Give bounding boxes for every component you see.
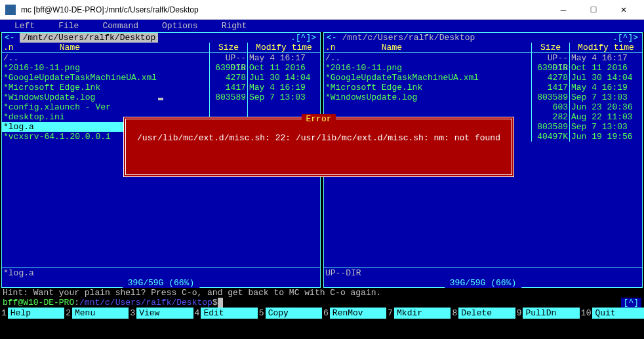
file-size: 803589	[532, 122, 570, 132]
minimize-button[interactable]: ―	[548, 0, 578, 20]
menu-command[interactable]: Command	[91, 21, 150, 31]
text-cursor-icon	[158, 98, 163, 100]
file-name: *Microsoft Edge.lnk	[324, 83, 532, 92]
fkey-number: 8	[451, 308, 458, 318]
menu-file[interactable]: File	[47, 21, 91, 31]
left-arrow-icon: <-	[5, 33, 20, 43]
fkey-menu[interactable]: 2Menu	[64, 308, 129, 319]
right-col-headers: .n Name Size Modify time	[324, 43, 642, 53]
hint-line: Hint: Want your plain shell? Press C-o, …	[0, 288, 644, 298]
file-name: /..	[2, 53, 210, 63]
right-status: 39G/59G (66%)	[445, 278, 521, 288]
fkey-number: 10	[580, 308, 593, 318]
fkey-delete[interactable]: 8Delete	[451, 308, 515, 319]
file-mtime: Jul 30 14:04	[248, 73, 320, 83]
file-row[interactable]: 603Jun 23 20:36	[324, 102, 642, 112]
file-name	[324, 102, 532, 112]
fkey-copy[interactable]: 5Copy	[258, 308, 322, 319]
fkey-label: PullDn	[523, 308, 579, 319]
file-mtime: Sep 7 13:03	[570, 92, 642, 102]
file-size: 1417	[532, 83, 570, 92]
terminal: Left File Command Options Right <- /mnt/…	[0, 20, 644, 339]
col-name[interactable]: .n Name	[2, 43, 210, 52]
close-button[interactable]: ✕	[609, 0, 639, 20]
menu-options[interactable]: Options	[150, 21, 210, 31]
fkey-renmov[interactable]: 6RenMov	[322, 308, 386, 319]
window-titlebar: mc [bff@W10-DE-PRO]:/mnt/c/Users/ralfk/D…	[0, 0, 644, 20]
file-mtime: Sep 7 13:03	[570, 122, 642, 132]
col-mtime[interactable]: Modify time	[570, 43, 642, 52]
col-name[interactable]: .n Name	[324, 43, 532, 52]
file-row[interactable]: *Microsoft Edge.lnk1417May 4 16:19	[324, 83, 642, 92]
file-name: *GoogleUpdateTaskMachineUA.xml	[2, 73, 210, 83]
function-key-bar: 1Help2Menu3View4Edit5Copy6RenMov7Mkdir8D…	[0, 308, 644, 319]
file-row[interactable]: /..UP--DIRMay 4 16:17	[2, 53, 320, 63]
fkey-number: 1	[0, 308, 8, 318]
prompt-user: bff@W10-DE-PRO	[3, 298, 74, 308]
menubar: Left File Command Options Right	[0, 20, 644, 32]
file-row[interactable]: *2016-10-11.png639918Oct 11 2016	[2, 63, 320, 73]
right-path[interactable]: /mnt/c/Users/ralfk/Desktop	[337, 33, 475, 43]
file-row[interactable]: /..UP--DIRMay 4 16:17	[324, 53, 642, 63]
left-status: 39G/59G (66%)	[123, 278, 199, 288]
window-controls: ― □ ✕	[548, 0, 639, 20]
col-size[interactable]: Size	[532, 43, 570, 52]
file-mtime: May 4 16:17	[570, 53, 642, 63]
file-size: 40497K	[532, 132, 570, 142]
file-row[interactable]: *Microsoft Edge.lnk1417May 4 16:19	[2, 83, 320, 92]
file-size: UP--DIR	[210, 53, 248, 63]
file-mtime: Oct 11 2016	[570, 63, 642, 73]
menu-right[interactable]: Right	[210, 21, 259, 31]
fkey-label: Quit	[592, 308, 644, 319]
app-icon	[5, 5, 16, 15]
prompt-path: /mnt/c/Users/ralfk/Desktop	[79, 298, 212, 308]
fkey-label: RenMov	[330, 308, 386, 319]
file-size: 1417	[210, 83, 248, 92]
file-name: *2016-10-11.png	[2, 63, 210, 73]
file-mtime: May 4 16:19	[248, 83, 320, 92]
fkey-edit[interactable]: 4Edit	[193, 308, 258, 319]
error-title: Error	[134, 114, 504, 124]
left-marker: .[^]>	[291, 33, 316, 43]
fkey-number: 7	[386, 308, 394, 318]
fkey-pulldn[interactable]: 9PullDn	[515, 308, 580, 319]
file-size: 639918	[532, 63, 570, 73]
error-dialog[interactable]: Error /usr/lib/mc/ext.d/misc.sh: 22: /us…	[123, 117, 514, 177]
file-mtime: Jun 19 19:56	[570, 132, 642, 142]
file-mtime: Jun 23 20:36	[570, 102, 642, 112]
error-message: /usr/lib/mc/ext.d/misc.sh: 22: /usr/lib/…	[134, 133, 504, 143]
file-name: *Microsoft Edge.lnk	[2, 83, 210, 92]
file-mtime: May 4 16:19	[570, 83, 642, 92]
left-path[interactable]: /mnt/c/Users/ralfk/Desktop	[20, 33, 158, 43]
file-row[interactable]: *2016-10-11.png639918Oct 11 2016	[324, 63, 642, 73]
fkey-mkdir[interactable]: 7Mkdir	[386, 308, 451, 319]
left-panel-header: <- /mnt/c/Users/ralfk/Desktop .[^]>	[2, 33, 320, 43]
file-row[interactable]: *GoogleUpdateTaskMachineUA.xml4278Jul 30…	[324, 73, 642, 83]
file-mtime: Oct 11 2016	[248, 63, 320, 73]
fkey-number: 3	[129, 308, 136, 318]
file-name: *WindowsUpdate.log	[2, 92, 210, 102]
fkey-quit[interactable]: 10Quit	[580, 308, 644, 319]
file-mtime: Sep 7 13:03	[248, 92, 320, 102]
fkey-view[interactable]: 3View	[129, 308, 193, 319]
fkey-help[interactable]: 1Help	[0, 308, 64, 319]
file-row[interactable]: *GoogleUpdateTaskMachineUA.xml4278Jul 30…	[2, 73, 320, 83]
file-size: 4278	[532, 73, 570, 83]
fkey-number: 9	[515, 308, 523, 318]
col-size[interactable]: Size	[210, 43, 248, 52]
file-row[interactable]: *config.xlaunch - Ver	[2, 102, 320, 112]
maximize-button[interactable]: □	[578, 0, 609, 20]
file-size	[210, 102, 248, 112]
fkey-label: Copy	[266, 308, 322, 319]
file-size: 282	[532, 112, 570, 122]
file-mtime	[248, 102, 320, 112]
file-name: *WindowsUpdate.log	[324, 92, 532, 102]
col-mtime[interactable]: Modify time	[248, 43, 320, 52]
fkey-label: Menu	[72, 308, 129, 319]
file-row[interactable]: *WindowsUpdate.log803589Sep 7 13:03	[324, 92, 642, 102]
fkey-label: Edit	[201, 308, 257, 319]
shell-prompt[interactable]: bff@W10-DE-PRO:/mnt/c/Users/ralfk/Deskto…	[0, 298, 644, 308]
fkey-number: 6	[322, 308, 330, 318]
prompt-indicator: [^]	[621, 298, 641, 308]
menu-left[interactable]: Left	[3, 21, 47, 31]
